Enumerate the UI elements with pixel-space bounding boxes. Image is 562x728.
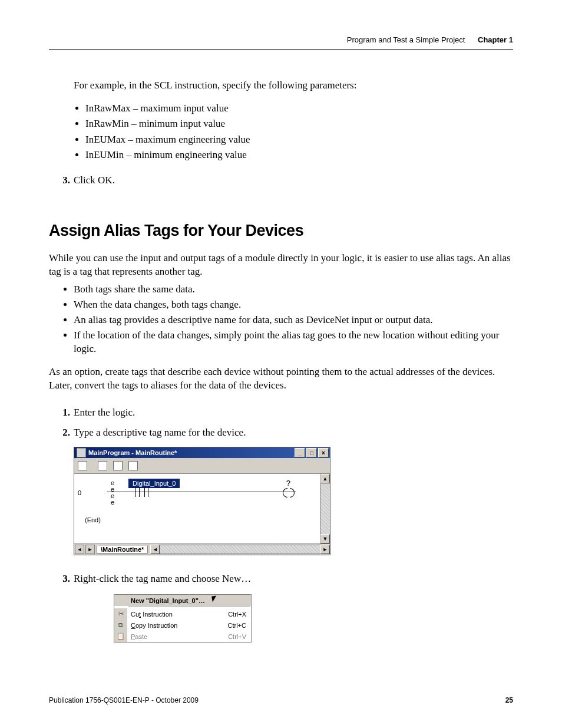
window-icon: [77, 448, 86, 457]
header-section: Program and Test a Simple Project: [347, 35, 465, 44]
menu-item-paste: 📋 Paste Ctrl+V: [114, 631, 251, 642]
ladder-editor-screenshot: MainProgram - MainRoutine* _ □ × 0 e e e…: [74, 447, 513, 555]
scissors-icon: ✂: [114, 608, 127, 620]
page-header: Program and Test a Simple Project Chapte…: [49, 35, 513, 50]
page-number: 25: [505, 696, 513, 704]
menu-icon-blank: [114, 595, 127, 606]
scroll-right-button[interactable]: ►: [320, 545, 330, 554]
header-chapter: Chapter 1: [478, 35, 513, 44]
menu-accelerator: Ctrl+C: [228, 622, 251, 629]
menu-separator: [128, 607, 250, 608]
rung-end-label: (End): [85, 516, 101, 523]
toolbar-button[interactable]: [111, 459, 125, 472]
scroll-up-button[interactable]: ▲: [320, 474, 330, 483]
toolbar-button[interactable]: [75, 459, 90, 472]
param-item: InRawMin – minimum input value: [85, 116, 513, 131]
window-title: MainProgram - MainRoutine*: [88, 449, 177, 456]
unknown-tag-marker: ?: [286, 479, 290, 487]
scroll-track[interactable]: [320, 483, 330, 534]
param-item: InEUMin – minimum engineering value: [85, 147, 513, 163]
menu-item-new-tag[interactable]: New "Digital_Input_0"…: [114, 595, 251, 606]
routine-tab-strip: ◄ ► MainRoutine* ◄ ►: [74, 543, 330, 555]
ladder-canvas[interactable]: 0 e e e e Digital_Input_0 ? (End) ▲ ▼: [74, 474, 330, 543]
body-paragraph: While you can use the input and output t…: [49, 252, 513, 279]
menu-label: Paste: [127, 633, 228, 640]
menu-label: Copy Instruction: [127, 622, 228, 629]
toolbar-button[interactable]: [95, 459, 110, 472]
step-text: Click OK.: [74, 174, 513, 186]
step-text: Type a descriptive tag name for the devi…: [74, 427, 513, 439]
menu-accelerator: Ctrl+V: [228, 633, 251, 640]
list-item: Both tags share the same data.: [74, 282, 513, 297]
param-item: InEUMax – maximum engineering value: [85, 132, 513, 147]
step-number: 2.: [49, 427, 74, 439]
edit-marker-column: e e e e: [111, 480, 114, 506]
list-item: When the data changes, both tags change.: [74, 298, 513, 312]
window-titlebar[interactable]: MainProgram - MainRoutine* _ □ ×: [74, 447, 330, 458]
vertical-scrollbar[interactable]: ▲ ▼: [320, 474, 330, 543]
list-item: If the location of the data changes, sim…: [74, 328, 513, 357]
step-row: 3. Click OK.: [49, 174, 513, 186]
tab-prev-button[interactable]: ◄: [75, 545, 84, 554]
parameter-list: InRawMax – maximum input value InRawMin …: [74, 101, 513, 163]
menu-label: Cut Instruction: [127, 611, 228, 618]
ladder-window: MainProgram - MainRoutine* _ □ × 0 e e e…: [74, 447, 330, 555]
step-text: Enter the logic.: [74, 407, 513, 419]
scroll-left-button[interactable]: ◄: [150, 545, 160, 554]
ladder-toolbar: [74, 458, 330, 474]
page-footer: Publication 1756-QS001E-EN-P - October 2…: [49, 696, 513, 704]
ote-coil-icon[interactable]: [283, 487, 294, 498]
menu-item-cut[interactable]: ✂ Cut Instruction Ctrl+X: [114, 608, 251, 620]
close-button[interactable]: ×: [318, 448, 329, 457]
step-row: 3. Right-click the tag name and choose N…: [49, 573, 513, 585]
horizontal-scrollbar[interactable]: ◄ ►: [150, 545, 330, 554]
menu-label: New "Digital_Input_0"…: [127, 597, 251, 604]
list-item: An alias tag provides a descriptive name…: [74, 313, 513, 327]
toolbar-button[interactable]: [126, 459, 140, 472]
minimize-button[interactable]: _: [295, 448, 305, 457]
step-row: 1. Enter the logic.: [49, 407, 513, 419]
scroll-down-button[interactable]: ▼: [320, 534, 330, 543]
paste-icon: 📋: [114, 631, 127, 642]
routine-tab[interactable]: MainRoutine*: [97, 546, 148, 554]
copy-icon: ⧉: [114, 620, 127, 631]
section-heading: Assign Alias Tags for Your Devices: [49, 222, 513, 240]
scroll-track[interactable]: [160, 545, 320, 554]
step-text: Right-click the tag name and choose New…: [74, 573, 513, 585]
menu-accelerator: Ctrl+X: [228, 611, 251, 618]
step-number: 1.: [49, 407, 74, 419]
step-row: 2. Type a descriptive tag name for the d…: [49, 427, 513, 439]
publication-id: Publication 1756-QS001E-EN-P - October 2…: [49, 696, 199, 704]
menu-item-copy[interactable]: ⧉ Copy Instruction Ctrl+C: [114, 620, 251, 631]
tab-next-button[interactable]: ►: [85, 545, 95, 554]
body-paragraph: As an option, create tags that describe …: [49, 365, 513, 393]
step-number: 3.: [49, 174, 74, 186]
param-item: InRawMax – maximum input value: [85, 101, 513, 116]
context-menu: New "Digital_Input_0"… ✂ Cut Instruction…: [114, 594, 252, 643]
maximize-button[interactable]: □: [306, 448, 317, 457]
rung-number: 0: [78, 489, 81, 496]
xic-contact-icon[interactable]: [133, 487, 151, 498]
alias-benefits-list: Both tags share the same data. When the …: [62, 282, 513, 356]
intro-paragraph: For example, in the SCL instruction, spe…: [74, 79, 513, 93]
step-number: 3.: [49, 573, 74, 585]
